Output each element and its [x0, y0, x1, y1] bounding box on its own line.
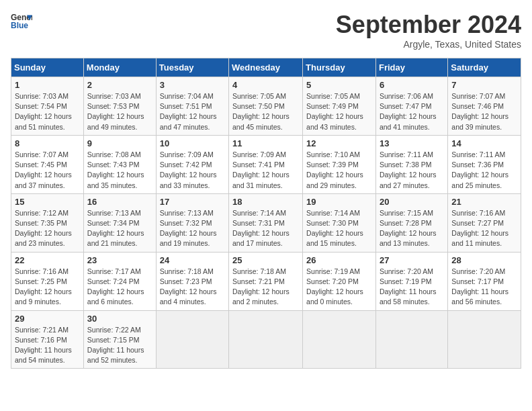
svg-text:Blue: Blue — [11, 21, 28, 30]
calendar-cell — [303, 310, 376, 369]
day-number: 4 — [232, 80, 299, 90]
calendar-cell: 15Sunrise: 7:12 AMSunset: 7:35 PMDayligh… — [11, 193, 84, 252]
day-number: 5 — [306, 80, 372, 90]
calendar-cell: 22Sunrise: 7:16 AMSunset: 7:25 PMDayligh… — [11, 252, 84, 310]
calendar-title: September 2024 — [336, 11, 521, 39]
calendar-cell: 12Sunrise: 7:10 AMSunset: 7:39 PMDayligh… — [303, 135, 376, 193]
calendar-cell — [156, 310, 228, 369]
calendar-cell: 4Sunrise: 7:05 AMSunset: 7:50 PMDaylight… — [229, 77, 303, 136]
day-info: Sunrise: 7:07 AMSunset: 7:45 PMDaylight:… — [15, 150, 72, 189]
day-number: 1 — [15, 80, 80, 90]
calendar-cell: 10Sunrise: 7:09 AMSunset: 7:42 PMDayligh… — [156, 135, 228, 193]
calendar-cell: 16Sunrise: 7:13 AMSunset: 7:34 PMDayligh… — [83, 193, 156, 252]
day-number: 17 — [160, 197, 225, 207]
calendar-cell: 25Sunrise: 7:18 AMSunset: 7:21 PMDayligh… — [229, 252, 303, 310]
day-info: Sunrise: 7:04 AMSunset: 7:51 PMDaylight:… — [160, 92, 217, 131]
day-info: Sunrise: 7:11 AMSunset: 7:38 PMDaylight:… — [380, 150, 437, 189]
day-info: Sunrise: 7:22 AMSunset: 7:15 PMDaylight:… — [87, 326, 144, 365]
day-info: Sunrise: 7:17 AMSunset: 7:24 PMDaylight:… — [87, 267, 144, 306]
calendar-cell: 28Sunrise: 7:20 AMSunset: 7:17 PMDayligh… — [448, 252, 521, 310]
day-info: Sunrise: 7:20 AMSunset: 7:19 PMDaylight:… — [380, 267, 437, 306]
day-info: Sunrise: 7:05 AMSunset: 7:49 PMDaylight:… — [306, 92, 363, 131]
calendar-cell: 14Sunrise: 7:11 AMSunset: 7:36 PMDayligh… — [448, 135, 521, 193]
day-number: 14 — [451, 138, 517, 148]
calendar-cell: 24Sunrise: 7:18 AMSunset: 7:23 PMDayligh… — [156, 252, 228, 310]
calendar-cell: 21Sunrise: 7:16 AMSunset: 7:27 PMDayligh… — [448, 193, 521, 252]
day-number: 29 — [15, 314, 80, 324]
day-info: Sunrise: 7:03 AMSunset: 7:53 PMDaylight:… — [87, 92, 144, 131]
day-info: Sunrise: 7:14 AMSunset: 7:30 PMDaylight:… — [306, 209, 363, 248]
calendar-cell: 29Sunrise: 7:21 AMSunset: 7:16 PMDayligh… — [11, 310, 84, 369]
calendar-body: 1Sunrise: 7:03 AMSunset: 7:54 PMDaylight… — [11, 77, 521, 369]
calendar-week-3: 15Sunrise: 7:12 AMSunset: 7:35 PMDayligh… — [11, 193, 521, 252]
day-info: Sunrise: 7:08 AMSunset: 7:43 PMDaylight:… — [87, 150, 144, 189]
calendar-cell: 7Sunrise: 7:07 AMSunset: 7:46 PMDaylight… — [448, 77, 521, 136]
calendar-table: SundayMondayTuesdayWednesdayThursdayFrid… — [11, 58, 521, 369]
calendar-subtitle: Argyle, Texas, United States — [336, 39, 521, 50]
day-info: Sunrise: 7:16 AMSunset: 7:27 PMDaylight:… — [451, 209, 508, 248]
day-number: 28 — [451, 255, 517, 265]
day-info: Sunrise: 7:16 AMSunset: 7:25 PMDaylight:… — [15, 267, 72, 306]
calendar-cell: 26Sunrise: 7:19 AMSunset: 7:20 PMDayligh… — [303, 252, 376, 310]
calendar-cell: 8Sunrise: 7:07 AMSunset: 7:45 PMDaylight… — [11, 135, 84, 193]
calendar-cell: 11Sunrise: 7:09 AMSunset: 7:41 PMDayligh… — [229, 135, 303, 193]
day-number: 22 — [15, 255, 80, 265]
day-info: Sunrise: 7:18 AMSunset: 7:23 PMDaylight:… — [160, 267, 217, 306]
day-info: Sunrise: 7:20 AMSunset: 7:17 PMDaylight:… — [451, 267, 508, 306]
logo: General Blue — [11, 11, 32, 32]
day-number: 24 — [160, 255, 225, 265]
calendar-cell: 9Sunrise: 7:08 AMSunset: 7:43 PMDaylight… — [83, 135, 156, 193]
day-info: Sunrise: 7:06 AMSunset: 7:47 PMDaylight:… — [380, 92, 437, 131]
day-info: Sunrise: 7:03 AMSunset: 7:54 PMDaylight:… — [15, 92, 72, 131]
day-info: Sunrise: 7:18 AMSunset: 7:21 PMDaylight:… — [232, 267, 290, 306]
day-number: 12 — [306, 138, 372, 148]
day-number: 7 — [451, 80, 517, 90]
day-number: 2 — [87, 80, 152, 90]
calendar-cell — [448, 310, 521, 369]
calendar-cell: 2Sunrise: 7:03 AMSunset: 7:53 PMDaylight… — [83, 77, 156, 136]
day-info: Sunrise: 7:13 AMSunset: 7:32 PMDaylight:… — [160, 209, 217, 248]
day-info: Sunrise: 7:10 AMSunset: 7:39 PMDaylight:… — [306, 150, 363, 189]
day-number: 27 — [380, 255, 444, 265]
day-info: Sunrise: 7:07 AMSunset: 7:46 PMDaylight:… — [451, 92, 508, 131]
header-saturday: Saturday — [448, 58, 521, 77]
calendar-cell — [375, 310, 447, 369]
day-number: 8 — [15, 138, 80, 148]
day-number: 21 — [451, 197, 517, 207]
day-number: 6 — [380, 80, 444, 90]
day-info: Sunrise: 7:09 AMSunset: 7:42 PMDaylight:… — [160, 150, 217, 189]
day-number: 23 — [87, 255, 152, 265]
calendar-cell — [229, 310, 303, 369]
calendar-cell: 1Sunrise: 7:03 AMSunset: 7:54 PMDaylight… — [11, 77, 84, 136]
header-friday: Friday — [375, 58, 447, 77]
calendar-cell: 23Sunrise: 7:17 AMSunset: 7:24 PMDayligh… — [83, 252, 156, 310]
header-monday: Monday — [83, 58, 156, 77]
day-number: 26 — [306, 255, 372, 265]
day-number: 18 — [232, 197, 299, 207]
day-number: 9 — [87, 138, 152, 148]
day-number: 3 — [160, 80, 225, 90]
day-info: Sunrise: 7:11 AMSunset: 7:36 PMDaylight:… — [451, 150, 508, 189]
calendar-cell: 20Sunrise: 7:15 AMSunset: 7:28 PMDayligh… — [375, 193, 447, 252]
calendar-cell: 13Sunrise: 7:11 AMSunset: 7:38 PMDayligh… — [375, 135, 447, 193]
calendar-cell: 18Sunrise: 7:14 AMSunset: 7:31 PMDayligh… — [229, 193, 303, 252]
calendar-cell: 17Sunrise: 7:13 AMSunset: 7:32 PMDayligh… — [156, 193, 228, 252]
day-info: Sunrise: 7:09 AMSunset: 7:41 PMDaylight:… — [232, 150, 290, 189]
day-info: Sunrise: 7:12 AMSunset: 7:35 PMDaylight:… — [15, 209, 72, 248]
calendar-cell: 30Sunrise: 7:22 AMSunset: 7:15 PMDayligh… — [83, 310, 156, 369]
day-number: 25 — [232, 255, 299, 265]
header-tuesday: Tuesday — [156, 58, 228, 77]
header-thursday: Thursday — [303, 58, 376, 77]
calendar-header-row: SundayMondayTuesdayWednesdayThursdayFrid… — [11, 58, 521, 77]
day-info: Sunrise: 7:15 AMSunset: 7:28 PMDaylight:… — [380, 209, 437, 248]
day-number: 19 — [306, 197, 372, 207]
title-area: September 2024 Argyle, Texas, United Sta… — [336, 11, 521, 50]
page-header: General Blue September 2024 Argyle, Texa… — [11, 11, 521, 50]
day-info: Sunrise: 7:05 AMSunset: 7:50 PMDaylight:… — [232, 92, 290, 131]
day-number: 30 — [87, 314, 152, 324]
day-number: 11 — [232, 138, 299, 148]
calendar-week-1: 1Sunrise: 7:03 AMSunset: 7:54 PMDaylight… — [11, 77, 521, 136]
calendar-cell: 3Sunrise: 7:04 AMSunset: 7:51 PMDaylight… — [156, 77, 228, 136]
day-info: Sunrise: 7:14 AMSunset: 7:31 PMDaylight:… — [232, 209, 290, 248]
day-number: 15 — [15, 197, 80, 207]
